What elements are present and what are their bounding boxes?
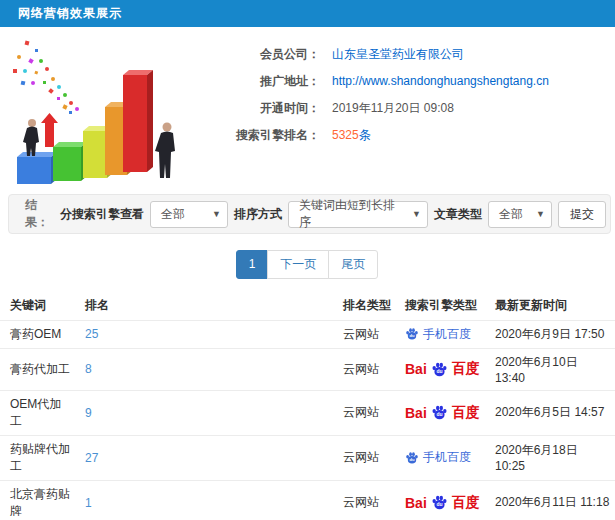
keyword-cell: OEM代加工: [0, 390, 75, 435]
baidu-logo-bai: Bai: [405, 495, 427, 511]
baidu-logo-cn: 百度: [452, 404, 480, 422]
updated-cell: 2020年6月18日 10:25: [485, 435, 615, 480]
mobile-baidu-engine-badge: du手机百度: [405, 449, 481, 466]
col-updated: 最新更新时间: [485, 291, 615, 321]
chevron-down-icon: ▼: [206, 209, 221, 219]
engine-filter-select[interactable]: 全部 ▼: [150, 201, 228, 228]
businessman-left: [23, 119, 39, 156]
updated-cell: 2020年6月9日 17:50: [485, 320, 615, 348]
svg-text:du: du: [436, 369, 442, 374]
url-label: 推广地址：: [190, 68, 320, 95]
keyword-cell: 药贴牌代加工: [0, 435, 75, 480]
engine-cell: Baidu百度: [395, 480, 485, 520]
mobile-baidu-label: 手机百度: [423, 326, 471, 343]
baidu-paw-icon: du: [405, 327, 419, 341]
baidu-paw-icon: du: [405, 451, 419, 465]
hero-illustration: [5, 35, 190, 185]
rank-cell[interactable]: 9: [75, 390, 333, 435]
pagination: 1 下一页 尾页: [0, 250, 615, 279]
updated-cell: 2020年6月10日 13:40: [485, 348, 615, 390]
bar-blue: [17, 152, 57, 184]
rank-type-cell: 云网站: [333, 348, 395, 390]
bar-chart-growth-illustration: [5, 35, 190, 185]
rank-type-cell: 云网站: [333, 435, 395, 480]
rank-type-cell: 云网站: [333, 480, 395, 520]
rank-type-cell: 云网站: [333, 320, 395, 348]
rank-count-suffix: 条: [359, 128, 371, 142]
sort-filter-value: 关键词由短到长排序: [299, 197, 406, 231]
rank-cell[interactable]: 25: [75, 320, 333, 348]
confetti-dots: [13, 41, 79, 114]
engine-cell: du手机百度: [395, 320, 485, 348]
rank-type-cell: 云网站: [333, 390, 395, 435]
rank-count-label: 搜索引擎排名：: [190, 122, 320, 149]
baidu-logo-bai: Bai: [405, 361, 427, 377]
svg-text:du: du: [436, 502, 442, 507]
engine-cell: Baidu百度: [395, 348, 485, 390]
rank-cell[interactable]: 1: [75, 480, 333, 520]
info-section: 会员公司： 山东皇圣堂药业有限公司 推广地址： http://www.shand…: [0, 27, 615, 190]
baidu-logo-cn: 百度: [452, 494, 480, 512]
col-rank: 排名: [75, 291, 333, 321]
businessman-right: [155, 123, 175, 179]
chevron-down-icon: ▼: [406, 209, 421, 219]
company-link[interactable]: 山东皇圣堂药业有限公司: [332, 41, 464, 68]
chevron-down-icon: ▼: [530, 209, 545, 219]
col-keyword: 关键词: [0, 291, 75, 321]
updated-cell: 2020年6月11日 11:18: [485, 480, 615, 520]
open-time-label: 开通时间：: [190, 95, 320, 122]
article-type-label: 文章类型: [434, 206, 482, 223]
keyword-cell: 膏药OEM: [0, 320, 75, 348]
baidu-paw-icon: du: [431, 361, 448, 378]
baidu-paw-icon: du: [431, 494, 448, 511]
article-type-value: 全部: [499, 206, 523, 223]
bar-green: [53, 142, 87, 181]
table-body: 膏药OEM 25 云网站 du手机百度 2020年6月9日 17:50 膏药代加…: [0, 320, 615, 520]
company-label: 会员公司：: [190, 41, 320, 68]
submit-button[interactable]: 提交: [558, 201, 606, 228]
sort-filter-label: 排序方式: [234, 206, 282, 223]
result-label: 结果：: [25, 197, 60, 231]
field-company: 会员公司： 山东皇圣堂药业有限公司: [190, 41, 615, 68]
rank-count-value: 5325: [332, 128, 359, 142]
article-type-select[interactable]: 全部 ▼: [488, 201, 552, 228]
keyword-cell: 北京膏药贴牌: [0, 480, 75, 520]
rank-cell[interactable]: 27: [75, 435, 333, 480]
page-header: 网络营销效果展示: [0, 0, 615, 27]
baidu-logo-bai: Bai: [405, 405, 427, 421]
field-open-time: 开通时间： 2019年11月20日 09:08: [190, 95, 615, 122]
table-header: 关键词 排名 排名类型 搜索引擎类型 最新更新时间: [0, 291, 615, 321]
growth-arrow-icon: [41, 113, 58, 147]
baidu-engine-badge: Baidu百度: [405, 494, 481, 512]
filter-bar: 结果： 分搜索引擎查看 全部 ▼ 排序方式 关键词由短到长排序 ▼ 文章类型 全…: [8, 194, 611, 234]
rank-cell[interactable]: 8: [75, 348, 333, 390]
keyword-cell: 膏药代加工: [0, 348, 75, 390]
promo-url-link[interactable]: http://www.shandonghuangshengtang.cn: [332, 68, 549, 95]
engine-filter-label: 分搜索引擎查看: [60, 206, 144, 223]
keyword-rank-table: 关键词 排名 排名类型 搜索引擎类型 最新更新时间 膏药OEM 25 云网站 d…: [0, 291, 615, 520]
table-row: OEM代加工 9 云网站 Baidu百度 2020年6月5日 14:57: [0, 390, 615, 435]
engine-cell: du手机百度: [395, 435, 485, 480]
page-title: 网络营销效果展示: [18, 6, 122, 20]
table-row: 药贴牌代加工 27 云网站 du手机百度 2020年6月18日 10:25: [0, 435, 615, 480]
updated-cell: 2020年6月5日 14:57: [485, 390, 615, 435]
open-time-value: 2019年11月20日 09:08: [332, 95, 454, 122]
mobile-baidu-label: 手机百度: [423, 449, 471, 466]
table-row: 北京膏药贴牌 1 云网站 Baidu百度 2020年6月11日 11:18: [0, 480, 615, 520]
col-engine-type: 搜索引擎类型: [395, 291, 485, 321]
col-rank-type: 排名类型: [333, 291, 395, 321]
table-row: 膏药OEM 25 云网站 du手机百度 2020年6月9日 17:50: [0, 320, 615, 348]
last-page-button[interactable]: 尾页: [328, 250, 378, 279]
mobile-baidu-engine-badge: du手机百度: [405, 326, 481, 343]
field-url: 推广地址： http://www.shandonghuangshengtang.…: [190, 68, 615, 95]
next-page-button[interactable]: 下一页: [267, 250, 329, 279]
svg-text:du: du: [436, 412, 442, 417]
engine-cell: Baidu百度: [395, 390, 485, 435]
field-rank-count: 搜索引擎排名： 5325条: [190, 122, 615, 149]
svg-text:du: du: [410, 457, 415, 462]
baidu-engine-badge: Baidu百度: [405, 404, 481, 422]
page-1-button[interactable]: 1: [236, 250, 269, 279]
table-row: 膏药代加工 8 云网站 Baidu百度 2020年6月10日 13:40: [0, 348, 615, 390]
baidu-paw-icon: du: [431, 404, 448, 421]
sort-filter-select[interactable]: 关键词由短到长排序 ▼: [288, 201, 428, 228]
